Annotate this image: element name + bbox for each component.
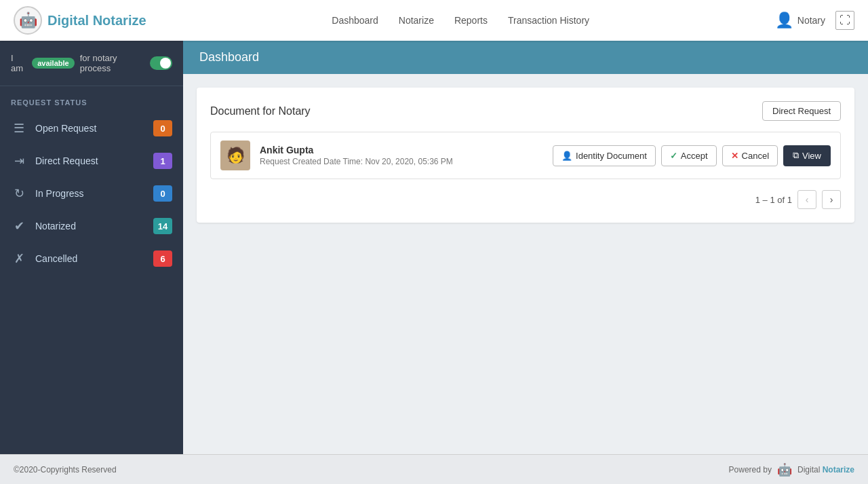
main-layout: I am available for notary process REQUES…: [0, 41, 868, 454]
nav-reports[interactable]: Reports: [454, 15, 488, 26]
logo-icon: 🤖: [14, 6, 42, 35]
pagination: 1 – 1 of 1 ‹ ›: [210, 190, 841, 209]
document-card: Document for Notary Direct Request 🧑 Ank…: [197, 88, 854, 223]
sidebar-item-direct-request-label: Direct Request: [35, 155, 145, 166]
fullscreen-icon: ⛶: [840, 14, 850, 26]
logo-area: 🤖 Digital Notarize: [14, 6, 146, 35]
sidebar-item-direct-request[interactable]: ⇥ Direct Request 1: [0, 145, 183, 177]
identity-icon: 👤: [561, 151, 572, 161]
nav-right: 👤 Notary ⛶: [775, 11, 854, 30]
sidebar-item-cancelled[interactable]: ✗ Cancelled 6: [0, 242, 183, 275]
footer-brand-text: Digital Notarize: [797, 465, 854, 474]
toggle-suffix-text: for notary process: [80, 53, 144, 73]
availability-toggle[interactable]: [150, 56, 172, 70]
cancelled-icon: ✗: [11, 251, 27, 266]
account-icon: 👤: [775, 12, 793, 29]
pagination-prev[interactable]: ‹: [797, 190, 816, 209]
available-badge: available: [32, 58, 74, 69]
sidebar-item-notarized-label: Notarized: [35, 221, 145, 231]
direct-request-badge: 1: [153, 153, 172, 169]
sidebar-item-in-progress[interactable]: ↻ In Progress 0: [0, 177, 183, 210]
sidebar: I am available for notary process REQUES…: [0, 41, 183, 454]
direct-request-button[interactable]: Direct Request: [762, 101, 841, 121]
card-title: Document for Notary: [210, 105, 311, 117]
pagination-text: 1 – 1 of 1: [755, 195, 792, 205]
request-date: Request Created Date Time: Nov 20, 2020,…: [260, 157, 543, 166]
cancel-icon: ✕: [731, 151, 738, 161]
notarized-icon: ✔: [11, 219, 27, 234]
powered-by-text: Powered by: [729, 465, 772, 474]
sidebar-item-notarized[interactable]: ✔ Notarized 14: [0, 210, 183, 242]
accept-icon: ✓: [670, 151, 677, 161]
nav-links: Dashboard Notarize Reports Transaction H…: [332, 15, 589, 26]
footer-right: Powered by 🤖 Digital Notarize: [729, 462, 854, 477]
view-icon: ⧉: [793, 150, 799, 161]
request-row: 🧑 Ankit Gupta Request Created Date Time:…: [210, 132, 841, 179]
pagination-next[interactable]: ›: [822, 190, 841, 209]
notary-button[interactable]: 👤 Notary: [775, 12, 825, 29]
availability-toggle-area: I am available for notary process: [0, 41, 183, 86]
sidebar-item-cancelled-label: Cancelled: [35, 253, 145, 264]
footer: ©2020-Copyrights Reserved Powered by 🤖 D…: [0, 454, 868, 484]
sidebar-section-label: REQUEST STATUS: [0, 86, 183, 112]
action-buttons: 👤 Identity Document ✓ Accept ✕ Cancel: [553, 145, 831, 166]
request-name: Ankit Gupta: [260, 145, 543, 155]
nav-dashboard[interactable]: Dashboard: [332, 15, 378, 26]
sidebar-item-in-progress-label: In Progress: [35, 188, 145, 199]
card-header: Document for Notary Direct Request: [210, 101, 841, 121]
sidebar-item-open-request[interactable]: ☰ Open Request 0: [0, 112, 183, 145]
cancelled-badge: 6: [153, 250, 172, 267]
logo-text: Digital Notarize: [47, 13, 146, 29]
main-content: Dashboard Document for Notary Direct Req…: [183, 41, 868, 454]
nav-transaction-history[interactable]: Transaction History: [508, 15, 589, 26]
avatar: 🧑: [220, 141, 250, 170]
content-header: Dashboard: [183, 41, 868, 74]
in-progress-icon: ↻: [11, 186, 27, 201]
footer-logo-circle: 🤖: [777, 462, 792, 477]
cancel-button[interactable]: ✕ Cancel: [722, 145, 778, 166]
toggle-prefix-text: I am: [11, 53, 26, 73]
identity-document-button[interactable]: 👤 Identity Document: [553, 145, 656, 166]
view-button[interactable]: ⧉ View: [783, 145, 831, 166]
notarized-badge: 14: [153, 218, 172, 234]
nav-notarize[interactable]: Notarize: [399, 15, 434, 26]
fullscreen-button[interactable]: ⛶: [835, 11, 854, 30]
open-request-badge: 0: [153, 120, 172, 136]
direct-request-icon: ⇥: [11, 153, 27, 168]
content-body: Document for Notary Direct Request 🧑 Ank…: [183, 74, 868, 454]
request-info: Ankit Gupta Request Created Date Time: N…: [260, 145, 543, 166]
top-nav: 🤖 Digital Notarize Dashboard Notarize Re…: [0, 0, 868, 41]
accept-button[interactable]: ✓ Accept: [661, 145, 717, 166]
sidebar-item-open-request-label: Open Request: [35, 123, 145, 134]
in-progress-badge: 0: [153, 185, 172, 202]
copyright-text: ©2020-Copyrights Reserved: [14, 465, 117, 474]
open-request-icon: ☰: [11, 121, 27, 136]
page-title: Dashboard: [199, 50, 259, 64]
